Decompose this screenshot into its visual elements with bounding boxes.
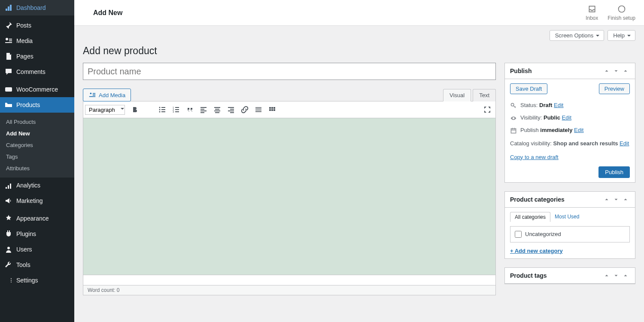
toggle-button[interactable] xyxy=(621,195,630,204)
editor-canvas[interactable] xyxy=(83,118,496,275)
sidebar-item-woocommerce[interactable]: WooCommerce xyxy=(0,82,74,97)
sidebar-item-products[interactable]: Products xyxy=(0,97,74,113)
sidebar-item-marketing[interactable]: Marketing xyxy=(0,193,74,209)
sidebar-label: Analytics xyxy=(16,182,40,189)
calendar-icon xyxy=(510,127,517,134)
toggle-button[interactable] xyxy=(621,271,630,280)
svg-point-2 xyxy=(7,247,10,249)
category-tab-most-used[interactable]: Most Used xyxy=(550,212,583,222)
catalog-label: Catalog visibility: xyxy=(510,140,552,147)
settings-icon xyxy=(4,276,13,285)
sidebar-item-appearance[interactable]: Appearance xyxy=(0,211,74,226)
bullet-list-button[interactable] xyxy=(156,103,169,116)
sidebar-item-dashboard[interactable]: Dashboard xyxy=(0,0,74,15)
sidebar-item-tools[interactable]: Tools xyxy=(0,257,74,273)
preview-button[interactable]: Preview xyxy=(599,83,630,94)
move-down-button[interactable] xyxy=(612,67,620,75)
sidebar-label: Marketing xyxy=(16,197,43,204)
bold-button[interactable] xyxy=(128,103,141,116)
numbered-list-button[interactable]: 123 xyxy=(170,103,182,116)
help-button[interactable]: Help xyxy=(608,30,635,41)
add-new-category-link[interactable]: + Add new category xyxy=(510,248,563,254)
sidebar-item-settings[interactable]: Settings xyxy=(0,273,74,288)
sidebar-item-media[interactable]: Media xyxy=(0,33,74,49)
edit-status-link[interactable]: Edit xyxy=(554,102,563,108)
save-draft-button[interactable]: Save Draft xyxy=(510,83,547,94)
read-more-button[interactable] xyxy=(252,103,265,116)
blockquote-button[interactable] xyxy=(183,103,196,116)
sidebar-item-posts[interactable]: Posts xyxy=(0,18,74,33)
sidebar-item-plugins[interactable]: Plugins xyxy=(0,226,74,242)
svg-point-6 xyxy=(618,6,625,12)
move-up-button[interactable] xyxy=(602,195,611,204)
svg-rect-16 xyxy=(273,107,275,109)
editor-tab-text[interactable]: Text xyxy=(473,89,496,101)
help-label: Help xyxy=(613,32,625,39)
products-submenu: All Products Add New Categories Tags Att… xyxy=(0,113,74,178)
admin-sidebar: Dashboard Posts Media Pages Comments Woo… xyxy=(0,0,74,322)
submenu-tags[interactable]: Tags xyxy=(0,151,74,163)
publish-title: Publish xyxy=(510,67,532,74)
add-media-button[interactable]: Add Media xyxy=(83,89,131,101)
edit-catalog-link[interactable]: Edit xyxy=(620,140,629,147)
screen-options-button[interactable]: Screen Options xyxy=(550,30,605,41)
category-checkbox[interactable] xyxy=(515,231,522,238)
finish-setup-label: Finish setup xyxy=(608,15,635,21)
svg-point-5 xyxy=(11,282,12,282)
italic-button[interactable] xyxy=(142,103,155,116)
visibility-value: Public xyxy=(544,114,560,121)
sidebar-item-pages[interactable]: Pages xyxy=(0,49,74,64)
svg-rect-21 xyxy=(511,129,516,133)
tags-title: Product tags xyxy=(510,272,547,279)
move-up-button[interactable] xyxy=(602,67,611,75)
align-center-button[interactable] xyxy=(211,103,224,116)
catalog-value: Shop and search results xyxy=(553,140,618,147)
editor-tab-visual[interactable]: Visual xyxy=(443,89,471,101)
fullscreen-button[interactable] xyxy=(481,103,494,116)
align-right-button[interactable] xyxy=(225,103,237,116)
inbox-button[interactable]: Inbox xyxy=(586,5,598,21)
submenu-all-products[interactable]: All Products xyxy=(0,116,74,128)
svg-point-20 xyxy=(511,103,513,106)
caret-down-icon xyxy=(627,35,631,38)
move-up-button[interactable] xyxy=(602,271,611,280)
format-select[interactable]: Paragraph xyxy=(85,105,125,115)
sidebar-item-users[interactable]: Users xyxy=(0,242,74,257)
move-down-button[interactable] xyxy=(612,195,620,204)
svg-rect-19 xyxy=(273,109,275,111)
toolbar-toggle-button[interactable] xyxy=(266,103,279,116)
tools-icon xyxy=(4,261,13,269)
submenu-attributes[interactable]: Attributes xyxy=(0,163,74,174)
edit-schedule-link[interactable]: Edit xyxy=(574,127,583,133)
sidebar-label: Users xyxy=(16,246,32,253)
sidebar-item-comments[interactable]: Comments xyxy=(0,64,74,80)
key-icon xyxy=(510,102,517,109)
woo-icon xyxy=(4,85,13,94)
category-tab-all[interactable]: All categories xyxy=(510,212,550,222)
publish-button[interactable]: Publish xyxy=(598,166,630,178)
editor-path xyxy=(83,275,496,285)
publish-label: Publish xyxy=(520,127,539,133)
edit-visibility-link[interactable]: Edit xyxy=(562,114,571,121)
svg-point-4 xyxy=(11,280,12,281)
align-left-button[interactable] xyxy=(197,103,210,116)
copy-to-new-draft-link[interactable]: Copy to a new draft xyxy=(510,154,559,160)
topbar-title: Add New xyxy=(83,9,122,17)
category-uncategorized[interactable]: Uncategorized xyxy=(515,231,625,238)
inbox-icon xyxy=(588,5,596,13)
toggle-button[interactable] xyxy=(621,67,630,75)
finish-setup-button[interactable]: Finish setup xyxy=(608,5,635,21)
editor-toolbar: Paragraph 123 xyxy=(83,101,496,118)
svg-point-7 xyxy=(90,93,92,95)
media-icon xyxy=(88,91,96,99)
comments-icon xyxy=(4,67,13,76)
svg-text:3: 3 xyxy=(173,110,174,113)
tags-box: Product tags xyxy=(504,267,635,284)
sidebar-label: Dashboard xyxy=(16,4,46,11)
move-down-button[interactable] xyxy=(612,271,620,280)
product-name-input[interactable] xyxy=(83,63,496,80)
submenu-add-new[interactable]: Add New xyxy=(0,128,74,139)
sidebar-item-analytics[interactable]: Analytics xyxy=(0,178,74,193)
submenu-categories[interactable]: Categories xyxy=(0,139,74,151)
link-button[interactable] xyxy=(238,103,251,116)
